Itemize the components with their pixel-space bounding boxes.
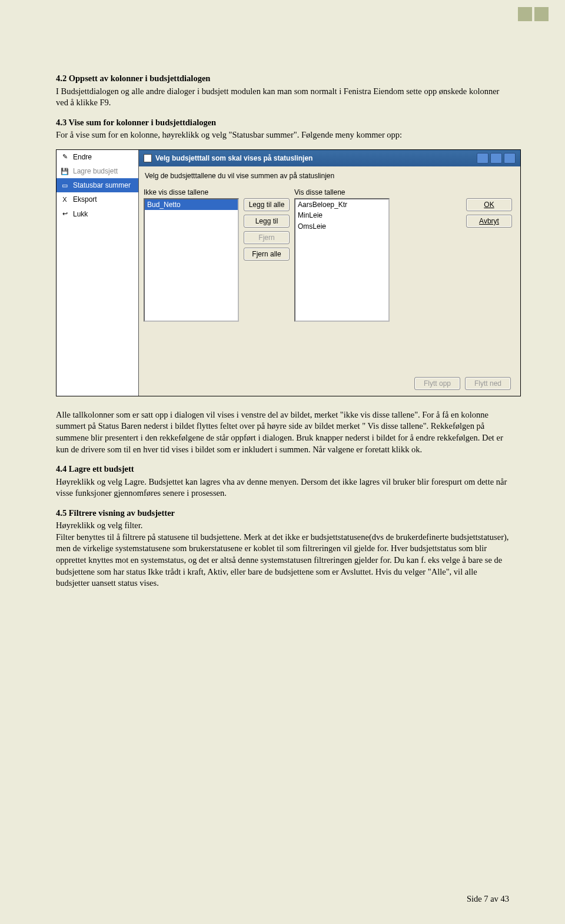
context-menu-item[interactable]: ▭Statusbar summer bbox=[56, 178, 138, 192]
transfer-buttons: Legg til alle Legg til Fjern Fjern alle bbox=[244, 188, 290, 261]
menu-item-label: Lagre budsjett bbox=[73, 166, 118, 176]
right-listbox[interactable]: AarsBeloep_KtrMinLeieOmsLeie bbox=[294, 198, 390, 322]
dialog-title: Velg budsjetttall som skal vises på stat… bbox=[155, 154, 313, 163]
menu-item-icon: ▭ bbox=[60, 181, 69, 190]
add-button[interactable]: Legg til bbox=[244, 215, 290, 228]
left-column: Ikke vis disse tallene Bud_Netto bbox=[144, 188, 239, 322]
list-item[interactable]: AarsBeloep_Ktr bbox=[295, 199, 388, 210]
left-list-label: Ikke vis disse tallene bbox=[144, 188, 239, 197]
context-menu-item[interactable]: ✎Endre bbox=[56, 150, 138, 164]
paragraph: I Budsjettdialogen og alle andre dialoge… bbox=[56, 86, 509, 109]
context-menu-item[interactable]: XEksport bbox=[56, 192, 138, 206]
maximize-icon[interactable] bbox=[490, 153, 502, 164]
right-column: Vis disse tallene AarsBeloep_KtrMinLeieO… bbox=[294, 188, 390, 322]
page-content: 4.2 Oppsett av kolonner i budsjettdialog… bbox=[0, 0, 565, 621]
ok-button[interactable]: OK bbox=[466, 198, 512, 211]
close-icon[interactable] bbox=[504, 153, 516, 164]
context-menu: ✎Endre💾Lagre budsjett▭Statusbar summerXE… bbox=[56, 150, 139, 396]
menu-item-label: Endre bbox=[73, 152, 92, 162]
menu-item-label: Lukk bbox=[73, 209, 88, 219]
minimize-icon[interactable] bbox=[477, 153, 488, 164]
heading-4-3: 4.3 Vise sum for kolonner i budsjettdial… bbox=[56, 117, 509, 129]
paragraph: Alle tallkolonner som er satt opp i dial… bbox=[56, 409, 509, 455]
menu-item-icon: ↩ bbox=[60, 209, 69, 219]
right-list-label: Vis disse tallene bbox=[294, 188, 390, 197]
left-listbox[interactable]: Bud_Netto bbox=[144, 198, 239, 322]
move-up-button[interactable]: Flytt opp bbox=[414, 377, 460, 390]
heading-4-2: 4.2 Oppsett av kolonner i budsjettdialog… bbox=[56, 73, 509, 85]
confirm-buttons: OK Avbryt bbox=[466, 188, 512, 228]
page-footer: Side 7 av 43 bbox=[467, 894, 509, 904]
menu-item-label: Statusbar summer bbox=[73, 181, 131, 190]
window-icon bbox=[144, 154, 152, 162]
dialog-prompt: Velg de budsjetttallene du vil vise summ… bbox=[139, 166, 520, 185]
page-decoration bbox=[518, 7, 549, 21]
menu-item-icon: 💾 bbox=[60, 166, 69, 176]
move-buttons: Flytt opp Flytt ned bbox=[139, 375, 520, 390]
dialog-screenshot: ✎Endre💾Lagre budsjett▭Statusbar summerXE… bbox=[56, 149, 521, 396]
remove-all-button[interactable]: Fjern alle bbox=[244, 248, 290, 261]
remove-button[interactable]: Fjern bbox=[244, 231, 290, 244]
list-item[interactable]: Bud_Netto bbox=[145, 199, 238, 210]
move-down-button[interactable]: Flytt ned bbox=[465, 377, 511, 390]
cancel-button[interactable]: Avbryt bbox=[466, 215, 512, 228]
add-all-button[interactable]: Legg til alle bbox=[244, 198, 290, 211]
menu-item-icon: ✎ bbox=[60, 152, 69, 162]
paragraph: Høyreklikk og velg Lagre. Budsjettet kan… bbox=[56, 476, 509, 499]
heading-4-4: 4.4 Lagre ett budsjett bbox=[56, 463, 509, 475]
context-menu-item[interactable]: 💾Lagre budsjett bbox=[56, 164, 138, 178]
dialog-titlebar: Velg budsjetttall som skal vises på stat… bbox=[139, 150, 520, 166]
list-item[interactable]: OmsLeie bbox=[295, 221, 388, 232]
list-item[interactable]: MinLeie bbox=[295, 210, 388, 221]
context-menu-item[interactable]: ↩Lukk bbox=[56, 207, 138, 221]
heading-4-5: 4.5 Filtrere visning av budsjetter bbox=[56, 508, 509, 519]
dialog-window: Velg budsjetttall som skal vises på stat… bbox=[139, 150, 520, 396]
paragraph: For å vise sum for en kolonne, høyreklik… bbox=[56, 129, 509, 141]
menu-item-label: Eksport bbox=[73, 195, 97, 204]
paragraph: Høyreklikk og velg filter. Filter benytt… bbox=[56, 520, 509, 589]
menu-item-icon: X bbox=[60, 195, 69, 204]
